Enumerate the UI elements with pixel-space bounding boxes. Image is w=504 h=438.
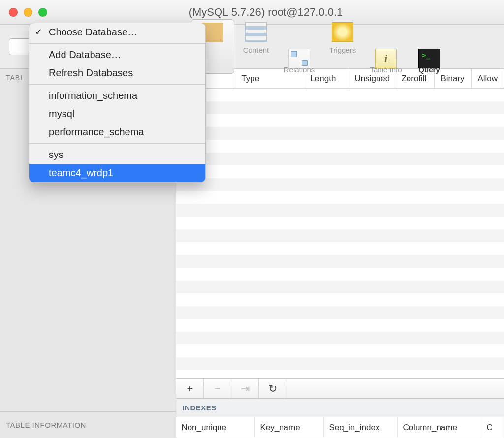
menu-separator bbox=[29, 84, 205, 85]
duplicate-field-button[interactable]: ⇥ bbox=[231, 379, 259, 398]
tab-query[interactable]: Query bbox=[408, 19, 451, 74]
menu-separator bbox=[29, 143, 205, 144]
structure-grid[interactable] bbox=[176, 89, 504, 379]
tab-table-info[interactable]: Table Info bbox=[364, 19, 408, 74]
traffic-lights bbox=[0, 8, 47, 17]
info-icon bbox=[375, 49, 397, 68]
idx-col-seq-in-index[interactable]: Seq_in_index bbox=[324, 417, 398, 438]
zoom-window-icon[interactable] bbox=[38, 8, 47, 17]
content-pane: eld Type Length Unsigned Zerofill Binary… bbox=[176, 69, 504, 438]
tab-triggers[interactable]: Triggers bbox=[321, 19, 364, 74]
minimize-window-icon[interactable] bbox=[24, 8, 32, 17]
toolbar-tabs: ucture Content Relations Triggers Table … bbox=[191, 19, 451, 74]
menu-db-teamc4-wrdp1[interactable]: teamc4_wrdp1 bbox=[29, 164, 205, 182]
trigger-icon bbox=[332, 22, 353, 42]
close-window-icon[interactable] bbox=[9, 8, 18, 17]
window-title: (MySQL 5.7.26) root@127.0.0.1 bbox=[47, 6, 504, 19]
database-dropdown[interactable]: Choose Database… Add Database… Refresh D… bbox=[29, 23, 206, 183]
content-icon bbox=[245, 22, 267, 42]
menu-refresh-databases[interactable]: Refresh Databases bbox=[29, 64, 205, 82]
add-field-button[interactable]: + bbox=[176, 379, 204, 398]
indexes-column-headers: Non_unique Key_name Seq_in_index Column_… bbox=[176, 417, 504, 438]
menu-add-database[interactable]: Add Database… bbox=[29, 46, 205, 64]
tab-label: Triggers bbox=[329, 46, 356, 54]
idx-col-key-name[interactable]: Key_name bbox=[255, 417, 324, 438]
refresh-button[interactable]: ↻ bbox=[259, 379, 286, 398]
idx-col-column-name[interactable]: Column_name bbox=[398, 417, 481, 438]
indexes-heading: INDEXES bbox=[176, 399, 504, 417]
tab-content[interactable]: Content bbox=[234, 19, 278, 74]
menu-db-performance-schema[interactable]: performance_schema bbox=[29, 123, 205, 141]
menu-separator bbox=[29, 43, 205, 44]
menu-db-sys[interactable]: sys bbox=[29, 146, 205, 164]
remove-field-button[interactable]: − bbox=[204, 379, 231, 398]
query-icon bbox=[418, 49, 440, 68]
tab-label: Content bbox=[243, 46, 269, 54]
menu-db-information-schema[interactable]: information_schema bbox=[29, 87, 205, 105]
col-allow-null[interactable]: Allow bbox=[472, 69, 504, 88]
relations-icon bbox=[288, 49, 310, 68]
action-bar-spacer bbox=[286, 379, 504, 398]
sidebar-table-info-heading: TABLE INFORMATION bbox=[0, 411, 176, 438]
menu-choose-database[interactable]: Choose Database… bbox=[29, 23, 205, 41]
menu-db-mysql[interactable]: mysql bbox=[29, 105, 205, 123]
idx-col-last[interactable]: C bbox=[481, 417, 504, 438]
structure-action-bar: + − ⇥ ↻ bbox=[176, 379, 504, 399]
tab-relations[interactable]: Relations bbox=[278, 19, 321, 74]
idx-col-non-unique[interactable]: Non_unique bbox=[176, 417, 255, 438]
